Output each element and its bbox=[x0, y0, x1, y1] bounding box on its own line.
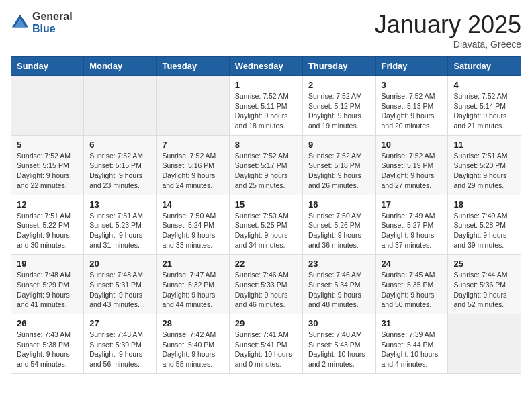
calendar-cell: 21Sunrise: 7:47 AM Sunset: 5:32 PM Dayli… bbox=[157, 255, 229, 314]
day-info: Sunrise: 7:52 AM Sunset: 5:13 PM Dayligh… bbox=[382, 91, 443, 131]
day-number: 12 bbox=[17, 199, 78, 210]
calendar-cell: 18Sunrise: 7:49 AM Sunset: 5:28 PM Dayli… bbox=[448, 195, 521, 255]
day-number: 11 bbox=[453, 140, 515, 150]
day-info: Sunrise: 7:46 AM Sunset: 5:33 PM Dayligh… bbox=[235, 270, 297, 310]
day-number: 7 bbox=[162, 140, 223, 150]
day-info: Sunrise: 7:52 AM Sunset: 5:15 PM Dayligh… bbox=[17, 151, 78, 191]
day-number: 22 bbox=[235, 259, 297, 269]
day-info: Sunrise: 7:52 AM Sunset: 5:14 PM Dayligh… bbox=[453, 91, 515, 131]
page-header: General Blue January 2025 Diavata, Greec… bbox=[11, 11, 521, 50]
calendar-cell: 27Sunrise: 7:43 AM Sunset: 5:39 PM Dayli… bbox=[84, 314, 157, 374]
day-number: 3 bbox=[382, 80, 443, 90]
day-info: Sunrise: 7:52 AM Sunset: 5:16 PM Dayligh… bbox=[162, 151, 223, 191]
day-number: 6 bbox=[89, 140, 150, 150]
day-info: Sunrise: 7:46 AM Sunset: 5:34 PM Dayligh… bbox=[308, 270, 370, 310]
day-number: 9 bbox=[308, 140, 370, 150]
calendar-cell: 25Sunrise: 7:44 AM Sunset: 5:36 PM Dayli… bbox=[448, 255, 521, 314]
calendar-cell bbox=[157, 76, 229, 136]
day-info: Sunrise: 7:49 AM Sunset: 5:27 PM Dayligh… bbox=[382, 211, 443, 250]
calendar-cell: 9Sunrise: 7:52 AM Sunset: 5:18 PM Daylig… bbox=[302, 135, 375, 195]
calendar-cell: 12Sunrise: 7:51 AM Sunset: 5:22 PM Dayli… bbox=[11, 195, 84, 255]
day-info: Sunrise: 7:50 AM Sunset: 5:24 PM Dayligh… bbox=[162, 211, 223, 250]
calendar-week-row: 26Sunrise: 7:43 AM Sunset: 5:38 PM Dayli… bbox=[11, 314, 521, 374]
day-info: Sunrise: 7:42 AM Sunset: 5:40 PM Dayligh… bbox=[162, 330, 223, 369]
calendar-cell: 24Sunrise: 7:45 AM Sunset: 5:35 PM Dayli… bbox=[375, 255, 448, 314]
day-number: 8 bbox=[235, 140, 297, 150]
calendar-cell bbox=[84, 76, 157, 136]
day-info: Sunrise: 7:51 AM Sunset: 5:22 PM Dayligh… bbox=[17, 211, 78, 250]
day-info: Sunrise: 7:49 AM Sunset: 5:28 PM Dayligh… bbox=[453, 211, 515, 250]
calendar-cell: 15Sunrise: 7:50 AM Sunset: 5:25 PM Dayli… bbox=[229, 195, 302, 255]
month-title: January 2025 bbox=[375, 11, 521, 39]
title-area: January 2025 Diavata, Greece bbox=[375, 11, 521, 50]
calendar-table: SundayMondayTuesdayWednesdayThursdayFrid… bbox=[11, 56, 521, 374]
day-info: Sunrise: 7:43 AM Sunset: 5:38 PM Dayligh… bbox=[17, 330, 78, 369]
calendar-cell: 1Sunrise: 7:52 AM Sunset: 5:11 PM Daylig… bbox=[229, 76, 302, 136]
calendar-cell: 3Sunrise: 7:52 AM Sunset: 5:13 PM Daylig… bbox=[375, 76, 448, 136]
day-number: 13 bbox=[89, 199, 150, 210]
calendar-cell bbox=[448, 314, 521, 374]
day-info: Sunrise: 7:51 AM Sunset: 5:20 PM Dayligh… bbox=[453, 151, 515, 191]
day-info: Sunrise: 7:51 AM Sunset: 5:23 PM Dayligh… bbox=[89, 211, 150, 250]
day-number: 28 bbox=[162, 318, 223, 328]
calendar-cell: 5Sunrise: 7:52 AM Sunset: 5:15 PM Daylig… bbox=[11, 135, 84, 195]
day-info: Sunrise: 7:48 AM Sunset: 5:31 PM Dayligh… bbox=[89, 270, 150, 310]
day-info: Sunrise: 7:47 AM Sunset: 5:32 PM Dayligh… bbox=[162, 270, 223, 310]
calendar-cell: 23Sunrise: 7:46 AM Sunset: 5:34 PM Dayli… bbox=[302, 255, 375, 314]
day-number: 30 bbox=[308, 318, 370, 328]
day-info: Sunrise: 7:50 AM Sunset: 5:26 PM Dayligh… bbox=[308, 211, 370, 250]
location: Diavata, Greece bbox=[375, 39, 521, 50]
day-number: 1 bbox=[235, 80, 297, 90]
day-number: 23 bbox=[308, 259, 370, 269]
calendar-cell: 16Sunrise: 7:50 AM Sunset: 5:26 PM Dayli… bbox=[302, 195, 375, 255]
logo-blue: Blue bbox=[32, 23, 73, 35]
day-number: 15 bbox=[235, 199, 297, 210]
calendar-cell: 17Sunrise: 7:49 AM Sunset: 5:27 PM Dayli… bbox=[375, 195, 448, 255]
day-info: Sunrise: 7:43 AM Sunset: 5:39 PM Dayligh… bbox=[89, 330, 150, 369]
calendar-cell: 6Sunrise: 7:52 AM Sunset: 5:15 PM Daylig… bbox=[84, 135, 157, 195]
day-number: 5 bbox=[17, 140, 78, 150]
weekday-header: Tuesday bbox=[157, 57, 229, 76]
day-number: 4 bbox=[453, 80, 515, 90]
calendar-cell: 2Sunrise: 7:52 AM Sunset: 5:12 PM Daylig… bbox=[302, 76, 375, 136]
calendar-cell: 10Sunrise: 7:52 AM Sunset: 5:19 PM Dayli… bbox=[375, 135, 448, 195]
weekday-header: Saturday bbox=[448, 57, 521, 76]
day-info: Sunrise: 7:50 AM Sunset: 5:25 PM Dayligh… bbox=[235, 211, 297, 250]
day-number: 18 bbox=[453, 199, 515, 210]
day-number: 26 bbox=[17, 318, 78, 328]
day-info: Sunrise: 7:45 AM Sunset: 5:35 PM Dayligh… bbox=[382, 270, 443, 310]
day-number: 25 bbox=[453, 259, 515, 269]
calendar-cell: 13Sunrise: 7:51 AM Sunset: 5:23 PM Dayli… bbox=[84, 195, 157, 255]
calendar-cell: 30Sunrise: 7:40 AM Sunset: 5:43 PM Dayli… bbox=[302, 314, 375, 374]
calendar-cell: 19Sunrise: 7:48 AM Sunset: 5:29 PM Dayli… bbox=[11, 255, 84, 314]
logo: General Blue bbox=[11, 11, 73, 35]
calendar-cell: 29Sunrise: 7:41 AM Sunset: 5:41 PM Dayli… bbox=[229, 314, 302, 374]
day-number: 27 bbox=[89, 318, 150, 328]
weekday-header: Thursday bbox=[302, 57, 375, 76]
weekday-header: Monday bbox=[84, 57, 157, 76]
day-number: 19 bbox=[17, 259, 78, 269]
calendar-week-row: 19Sunrise: 7:48 AM Sunset: 5:29 PM Dayli… bbox=[11, 255, 521, 314]
calendar-cell: 20Sunrise: 7:48 AM Sunset: 5:31 PM Dayli… bbox=[84, 255, 157, 314]
day-number: 24 bbox=[382, 259, 443, 269]
calendar-cell: 11Sunrise: 7:51 AM Sunset: 5:20 PM Dayli… bbox=[448, 135, 521, 195]
weekday-header: Wednesday bbox=[229, 57, 302, 76]
calendar-week-row: 5Sunrise: 7:52 AM Sunset: 5:15 PM Daylig… bbox=[11, 135, 521, 195]
logo-text: General Blue bbox=[32, 11, 73, 35]
day-info: Sunrise: 7:39 AM Sunset: 5:44 PM Dayligh… bbox=[382, 330, 443, 369]
calendar-cell: 26Sunrise: 7:43 AM Sunset: 5:38 PM Dayli… bbox=[11, 314, 84, 374]
calendar-cell: 31Sunrise: 7:39 AM Sunset: 5:44 PM Dayli… bbox=[375, 314, 448, 374]
weekday-header: Sunday bbox=[11, 57, 84, 76]
day-info: Sunrise: 7:52 AM Sunset: 5:18 PM Dayligh… bbox=[308, 151, 370, 191]
day-number: 21 bbox=[162, 259, 223, 269]
day-info: Sunrise: 7:41 AM Sunset: 5:41 PM Dayligh… bbox=[235, 330, 297, 369]
calendar-week-row: 1Sunrise: 7:52 AM Sunset: 5:11 PM Daylig… bbox=[11, 76, 521, 136]
calendar-cell: 8Sunrise: 7:52 AM Sunset: 5:17 PM Daylig… bbox=[229, 135, 302, 195]
logo-general: General bbox=[32, 11, 73, 23]
day-number: 17 bbox=[382, 199, 443, 210]
calendar-header-row: SundayMondayTuesdayWednesdayThursdayFrid… bbox=[11, 57, 521, 76]
calendar-cell: 4Sunrise: 7:52 AM Sunset: 5:14 PM Daylig… bbox=[448, 76, 521, 136]
day-info: Sunrise: 7:52 AM Sunset: 5:11 PM Dayligh… bbox=[235, 91, 297, 131]
calendar-cell: 28Sunrise: 7:42 AM Sunset: 5:40 PM Dayli… bbox=[157, 314, 229, 374]
day-number: 31 bbox=[382, 318, 443, 328]
